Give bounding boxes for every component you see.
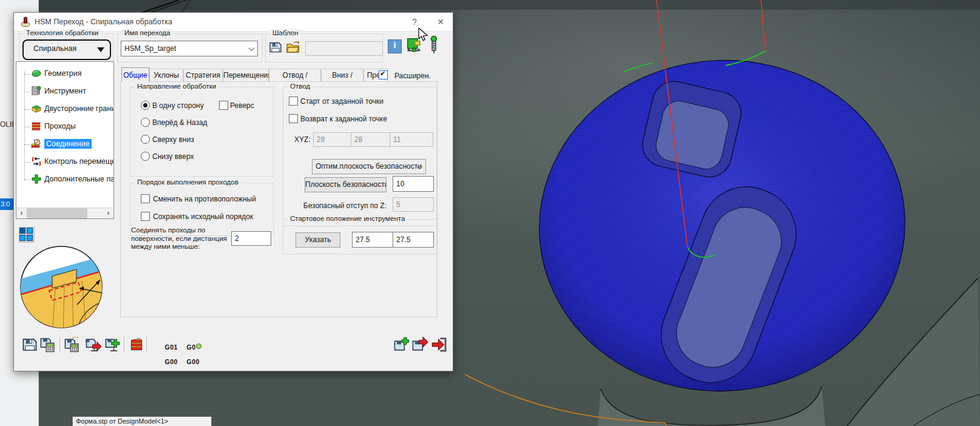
tab-retract-approach[interactable]: Отвод / Подвод xyxy=(269,69,321,81)
boundaries-icon xyxy=(31,103,42,114)
dialog-title: HSM Переход - Спиральная обработка xyxy=(35,13,172,31)
technology-dropdown[interactable]: Спиральная xyxy=(22,39,111,60)
square-tr xyxy=(27,228,33,234)
template-group-label: Шаблон xyxy=(270,29,301,36)
time-badge: 3:0 xyxy=(0,198,13,210)
radio-top-down[interactable] xyxy=(141,135,150,144)
safety-plane-field[interactable]: 10 xyxy=(393,176,434,192)
tree-item-boundaries[interactable]: Двусторонние границ xyxy=(16,101,113,118)
tab-slopes[interactable]: Уклоны xyxy=(149,69,183,81)
operation-name-combobox[interactable]: HSM_Sp_target xyxy=(121,41,258,56)
xyz-label: XYZ: xyxy=(294,135,311,144)
link-icon xyxy=(31,138,42,149)
tree-item-passes[interactable]: Проходы xyxy=(16,118,113,136)
save-exit-icon[interactable] xyxy=(412,336,428,353)
radio-zigzag[interactable] xyxy=(141,118,150,127)
tree-item-geometry[interactable]: Геометрия xyxy=(16,66,113,83)
save-calculate-all-icon[interactable] xyxy=(64,336,80,353)
radio-bottom-up[interactable] xyxy=(141,152,150,161)
passes-stack-icon[interactable] xyxy=(129,336,144,353)
info-icon[interactable]: i xyxy=(388,39,402,53)
clearance-field[interactable]: 5 xyxy=(393,197,434,212)
toolbar-separator xyxy=(146,337,147,353)
return-point-checkbox[interactable] xyxy=(289,114,298,123)
tab-down-up[interactable]: Вниз / Вверх xyxy=(321,69,363,81)
close-button[interactable]: ✕ xyxy=(430,13,451,31)
gcode-g0-g00-button[interactable]: G0 G00 xyxy=(174,336,201,373)
display-pane-squares[interactable] xyxy=(19,227,35,243)
tree-item-tool[interactable]: Инструмент xyxy=(16,83,113,101)
operation-name-group-label: Имя перехода xyxy=(122,29,173,36)
tree-item-link[interactable]: Соединение xyxy=(16,136,113,154)
technology-group-label: Технология обработки xyxy=(24,29,101,36)
save-icon[interactable] xyxy=(22,336,38,353)
operation-tree[interactable]: Геометрия Инструмент Двусторонни xyxy=(16,61,114,219)
reverse-checkbox[interactable] xyxy=(219,101,228,110)
join-passes-label: Соединять проходы по поверхности, если д… xyxy=(131,226,231,251)
geometry-icon xyxy=(31,68,42,79)
square-bl xyxy=(19,235,25,241)
scrollbar-thumb[interactable] xyxy=(27,208,87,218)
scroll-left-icon[interactable]: ‹ xyxy=(16,208,27,218)
pick-position-button[interactable]: Указать xyxy=(296,232,340,248)
direction-groupbox: Направление обработки В одну сторону Рев… xyxy=(130,87,274,177)
globe-icon xyxy=(196,343,201,349)
operation-name-value: HSM_Sp_target xyxy=(124,44,176,53)
tab-general[interactable]: Общие xyxy=(121,67,149,82)
viewport-top-band xyxy=(38,0,980,10)
tool-setup-icon[interactable] xyxy=(427,36,441,54)
tool-icon xyxy=(31,86,42,96)
swap-order-checkbox[interactable] xyxy=(141,194,150,203)
template-open-folder-icon[interactable] xyxy=(286,40,300,55)
save-calculate-post-icon[interactable] xyxy=(86,336,101,353)
radio-one-way[interactable] xyxy=(141,101,150,110)
advanced-checkbox[interactable] xyxy=(379,70,388,79)
hsm-operation-dialog: HSM Переход - Спиральная обработка ? ✕ Т… xyxy=(13,12,453,371)
tree-item-additional-params[interactable]: Дополнительные пара xyxy=(16,171,113,189)
chevron-down-icon xyxy=(249,45,255,51)
start-x-field[interactable]: 27.5 xyxy=(352,232,394,248)
toolbar-separator xyxy=(59,337,60,353)
tab-strategy[interactable]: Стратегия xyxy=(183,69,223,81)
mouse-cursor xyxy=(417,28,428,41)
strategy-preview-image xyxy=(19,245,104,330)
x-field[interactable]: 28 xyxy=(313,132,353,147)
tree-item-motion-control[interactable]: Контроль перемещени xyxy=(16,154,113,171)
plus-icon xyxy=(31,174,42,184)
save-add-operation-icon[interactable] xyxy=(394,336,410,353)
retract-groupbox: Отвод Старт от заданной точки Возврат к … xyxy=(283,87,437,226)
start-y-field[interactable]: 27.5 xyxy=(393,232,434,248)
safety-plane-button[interactable]: Плоскость безопасности xyxy=(305,177,387,192)
keep-order-checkbox[interactable] xyxy=(141,212,150,221)
start-position-groupbox: Стартовое положение инструмента Указать … xyxy=(283,219,437,254)
square-br xyxy=(27,235,33,241)
passes-icon xyxy=(31,121,42,132)
screen: OLID 3:0 HSM Переход - Спиральная обрабо… xyxy=(0,0,980,426)
toolbar-separator xyxy=(124,337,124,353)
square-tl xyxy=(19,228,25,234)
join-distance-field[interactable]: 2 xyxy=(231,231,271,246)
advanced-label: Расширен. xyxy=(394,72,431,80)
exit-icon[interactable] xyxy=(431,336,447,353)
y-field[interactable]: 28 xyxy=(351,132,392,147)
template-save-icon[interactable] xyxy=(269,41,282,54)
reverse-label: Реверс xyxy=(230,101,254,110)
template-field[interactable] xyxy=(305,41,383,56)
start-point-checkbox[interactable] xyxy=(289,96,298,106)
dropdown-triangle-icon xyxy=(97,47,104,52)
tab-moves[interactable]: Перемещения xyxy=(223,69,269,81)
tree-horizontal-scrollbar[interactable]: ‹ › xyxy=(16,208,113,218)
feature-tooltip: Форма.stp от DesignModel<1> xyxy=(72,416,212,426)
clearance-label: Безопасный отступ по Z: xyxy=(296,201,387,210)
save-calculate-icon[interactable] xyxy=(40,336,56,353)
scroll-right-icon[interactable]: › xyxy=(103,208,113,218)
technology-value: Спиральная xyxy=(33,41,76,57)
safety-mode-dropdown[interactable]: Оптим.плоскость безопасности xyxy=(312,159,426,174)
dialog-icon xyxy=(20,16,31,27)
save-calculate-add-icon[interactable] xyxy=(105,336,121,353)
z-field[interactable]: 11 xyxy=(390,132,433,147)
motion-control-icon xyxy=(31,156,42,167)
